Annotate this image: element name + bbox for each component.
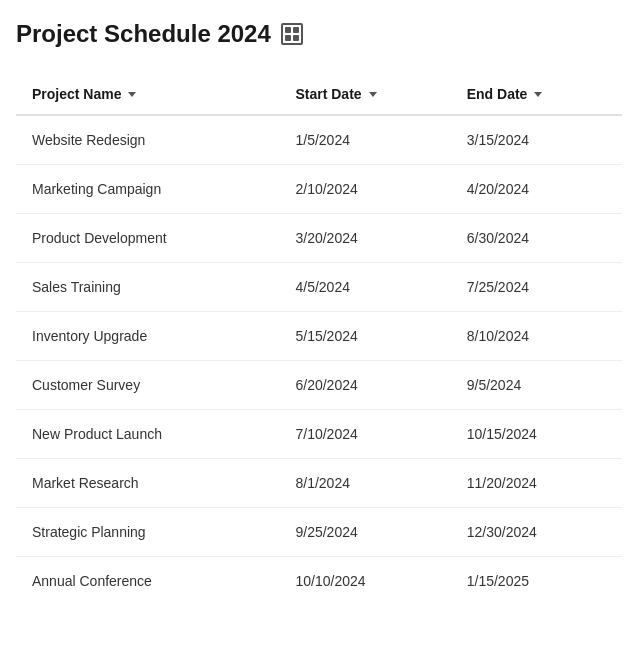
start-date-cell: 1/5/2024: [279, 115, 450, 165]
table-icon: [281, 23, 303, 45]
end-date-cell: 4/20/2024: [451, 165, 622, 214]
project-name-cell: Product Development: [16, 214, 279, 263]
sort-end-date-button[interactable]: End Date: [467, 86, 543, 102]
project-name-cell: Sales Training: [16, 263, 279, 312]
end-date-cell: 12/30/2024: [451, 508, 622, 557]
table-row: Product Development3/20/20246/30/2024: [16, 214, 622, 263]
chevron-down-icon: [369, 92, 377, 97]
table-row: Sales Training4/5/20247/25/2024: [16, 263, 622, 312]
project-name-cell: Strategic Planning: [16, 508, 279, 557]
table-row: Website Redesign1/5/20243/15/2024: [16, 115, 622, 165]
table-row: Inventory Upgrade5/15/20248/10/2024: [16, 312, 622, 361]
start-date-cell: 7/10/2024: [279, 410, 450, 459]
start-date-cell: 4/5/2024: [279, 263, 450, 312]
chevron-down-icon: [128, 92, 136, 97]
page-header: Project Schedule 2024: [16, 20, 622, 48]
project-schedule-table: Project Name Start Date End Date Website…: [16, 76, 622, 605]
table-row: Customer Survey6/20/20249/5/2024: [16, 361, 622, 410]
page-title: Project Schedule 2024: [16, 20, 271, 48]
end-date-cell: 6/30/2024: [451, 214, 622, 263]
table-header: Project Name Start Date End Date: [16, 76, 622, 115]
end-date-cell: 9/5/2024: [451, 361, 622, 410]
header-row: Project Name Start Date End Date: [16, 76, 622, 115]
end-date-cell: 8/10/2024: [451, 312, 622, 361]
table-row: New Product Launch7/10/202410/15/2024: [16, 410, 622, 459]
project-name-cell: Marketing Campaign: [16, 165, 279, 214]
end-date-cell: 3/15/2024: [451, 115, 622, 165]
sort-start-date-button[interactable]: Start Date: [295, 86, 376, 102]
column-header-start-date: Start Date: [279, 76, 450, 115]
sort-project-name-button[interactable]: Project Name: [32, 86, 136, 102]
start-date-cell: 5/15/2024: [279, 312, 450, 361]
table-row: Market Research8/1/202411/20/2024: [16, 459, 622, 508]
start-date-cell: 3/20/2024: [279, 214, 450, 263]
project-name-cell: Annual Conference: [16, 557, 279, 606]
project-name-cell: Inventory Upgrade: [16, 312, 279, 361]
column-header-end-date: End Date: [451, 76, 622, 115]
end-date-cell: 11/20/2024: [451, 459, 622, 508]
start-date-cell: 6/20/2024: [279, 361, 450, 410]
start-date-cell: 9/25/2024: [279, 508, 450, 557]
end-date-cell: 1/15/2025: [451, 557, 622, 606]
table-row: Marketing Campaign2/10/20244/20/2024: [16, 165, 622, 214]
table-row: Annual Conference10/10/20241/15/2025: [16, 557, 622, 606]
project-name-cell: Customer Survey: [16, 361, 279, 410]
end-date-cell: 7/25/2024: [451, 263, 622, 312]
column-header-project-name: Project Name: [16, 76, 279, 115]
end-date-cell: 10/15/2024: [451, 410, 622, 459]
start-date-cell: 10/10/2024: [279, 557, 450, 606]
table-body: Website Redesign1/5/20243/15/2024Marketi…: [16, 115, 622, 605]
table-row: Strategic Planning9/25/202412/30/2024: [16, 508, 622, 557]
project-name-cell: New Product Launch: [16, 410, 279, 459]
project-name-cell: Website Redesign: [16, 115, 279, 165]
start-date-cell: 8/1/2024: [279, 459, 450, 508]
project-name-cell: Market Research: [16, 459, 279, 508]
chevron-down-icon: [534, 92, 542, 97]
start-date-cell: 2/10/2024: [279, 165, 450, 214]
